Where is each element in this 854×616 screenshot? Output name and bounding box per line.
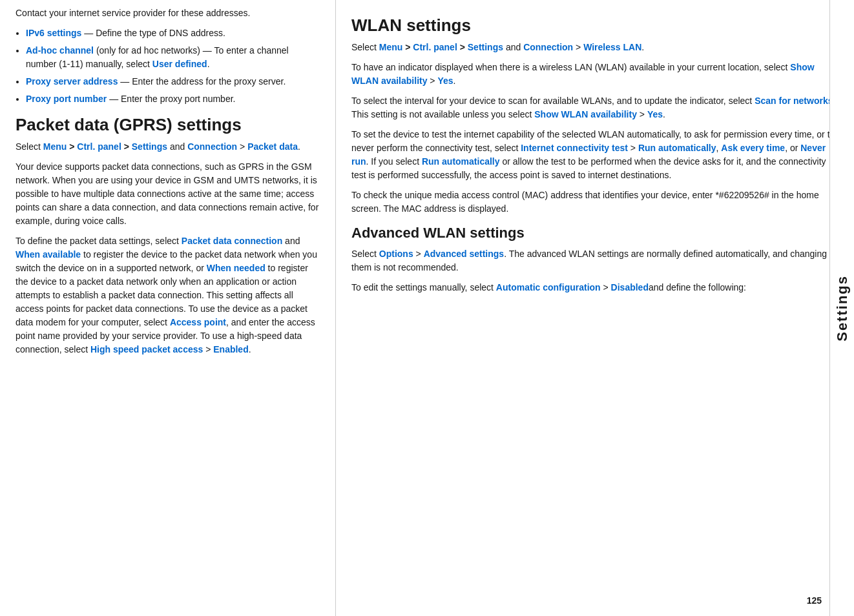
right-column: WLAN settings Select Menu > Ctrl. panel … (336, 0, 854, 616)
when-needed-link[interactable]: When needed (207, 263, 266, 273)
proxy-server-text: — Enter the address for the proxy server… (118, 76, 286, 87)
wlan-body3: To set the device to test the internet c… (351, 128, 838, 182)
wlan-ctrl-link[interactable]: Ctrl. panel (413, 42, 457, 52)
access-point-link[interactable]: Access point (170, 317, 226, 327)
wlan-menu-link[interactable]: Menu (379, 42, 403, 52)
intro-text: Contact your internet service provider f… (16, 6, 320, 20)
wlan-settings-link[interactable]: Settings (468, 42, 503, 52)
packet-nav-line: Select Menu > Ctrl. panel > Settings and… (16, 140, 320, 154)
show-wlan-link-2[interactable]: Show WLAN availability (534, 109, 637, 119)
advanced-settings-link[interactable]: Advanced settings (424, 249, 504, 259)
run-automatically-link[interactable]: Run automatically (638, 143, 716, 153)
ipv6-settings-link[interactable]: IPv6 settings (26, 28, 81, 38)
wlan-nav-line: Select Menu > Ctrl. panel > Settings and… (351, 41, 838, 54)
packet-ctrl-link[interactable]: Ctrl. panel (77, 141, 121, 152)
enabled-link[interactable]: Enabled (213, 344, 248, 354)
high-speed-link[interactable]: High speed packet access (90, 344, 203, 354)
list-item-adhoc: Ad-hoc channel (only for ad hoc networks… (26, 44, 320, 71)
wlan-body2: To select the interval for your device t… (351, 94, 838, 121)
page-number: 125 (807, 594, 822, 607)
packet-body1: Your device supports packet data connect… (16, 160, 320, 228)
options-link[interactable]: Options (379, 249, 413, 259)
ask-every-time-link[interactable]: Ask every time (721, 143, 785, 153)
left-column: Contact your internet service provider f… (0, 0, 336, 616)
packet-section-title: Packet data (GPRS) settings (16, 115, 320, 135)
packet-settings-link[interactable]: Settings (132, 141, 167, 152)
wlan-body4: To check the unique media access control… (351, 189, 838, 216)
wlan-connection-link[interactable]: Connection (523, 42, 573, 52)
packet-connection-link[interactable]: Connection (187, 141, 237, 152)
disabled-link[interactable]: Disabled (611, 282, 649, 293)
proxy-port-text: — Enter the proxy port number. (107, 94, 235, 104)
advanced-nav-line: Select Options > Advanced settings. The … (351, 247, 838, 274)
wlan-body1: To have an indicator displayed when ther… (351, 61, 838, 88)
advanced-wlan-title: Advanced WLAN settings (351, 225, 838, 241)
wlan-section-title: WLAN settings (351, 15, 838, 36)
list-item-ipv6: IPv6 settings — Define the type of DNS a… (26, 26, 320, 40)
scan-networks-link[interactable]: Scan for networks (755, 96, 833, 106)
wireless-lan-link[interactable]: Wireless LAN (583, 42, 641, 52)
yes-link-1[interactable]: Yes (437, 76, 453, 86)
list-item-proxy-port: Proxy port number — Enter the proxy port… (26, 92, 320, 106)
when-available-link[interactable]: When available (16, 249, 81, 260)
packet-body2: To define the packet data settings, sele… (16, 234, 320, 356)
yes-link-2[interactable]: Yes (647, 109, 663, 119)
run-automatically-link-2[interactable]: Run automatically (422, 156, 500, 167)
internet-connectivity-link[interactable]: Internet connectivity test (521, 143, 628, 153)
adhoc-channel-link[interactable]: Ad-hoc channel (26, 45, 94, 56)
list-item-proxy-server: Proxy server address — Enter the address… (26, 75, 320, 88)
sidebar-settings-label: Settings (829, 0, 854, 616)
packet-data-link[interactable]: Packet data (247, 141, 298, 152)
packet-data-connection-link[interactable]: Packet data connection (182, 236, 282, 246)
ipv6-text: — Define the type of DNS address. (81, 28, 225, 38)
proxy-server-link[interactable]: Proxy server address (26, 76, 118, 87)
proxy-port-link[interactable]: Proxy port number (26, 94, 107, 104)
advanced-body: To edit the settings manually, select Au… (351, 281, 838, 294)
packet-menu-link[interactable]: Menu (43, 141, 67, 152)
auto-config-link[interactable]: Automatic configuration (496, 282, 601, 293)
bullet-list: IPv6 settings — Define the type of DNS a… (26, 26, 320, 106)
user-defined-link[interactable]: User defined (152, 59, 207, 69)
